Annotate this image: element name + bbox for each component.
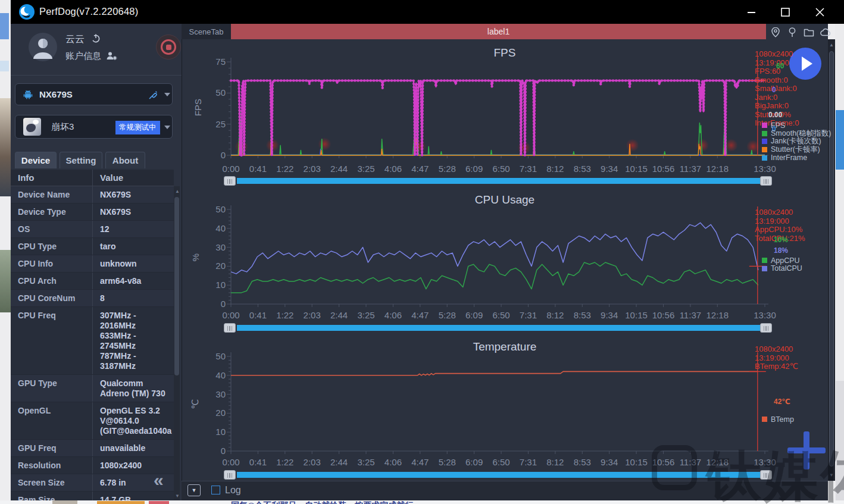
scrollbar-track[interactable]	[237, 472, 760, 478]
folder-icon[interactable]	[803, 26, 815, 40]
maximize-button[interactable]	[776, 5, 794, 19]
svg-text:5:28: 5:28	[439, 310, 456, 320]
legend-item[interactable]: InterFrame	[762, 154, 831, 162]
collapse-sidebar-icon[interactable]: «	[154, 470, 164, 490]
scene-label-bar[interactable]: label1	[231, 24, 766, 39]
scrollbar-left-handle[interactable]	[224, 323, 236, 333]
stat-line: 1080x2400	[755, 208, 805, 217]
table-row[interactable]: GPU TypeQualcomm Adreno (TM) 730	[11, 375, 174, 402]
table-row[interactable]: CPU CoreNum8	[11, 290, 174, 307]
value-cell: taro	[92, 238, 174, 255]
charts-canvas[interactable]: 02550750:000:411:222:032:443:254:064:475…	[182, 39, 828, 481]
account-info-label[interactable]: 账户信息	[65, 51, 101, 62]
table-row[interactable]: Ram Size14.7 GB	[11, 492, 174, 500]
scrollbar-track[interactable]	[237, 325, 760, 331]
svg-text:1:22: 1:22	[276, 310, 293, 320]
info-cell: GPU Type	[11, 375, 92, 402]
svg-text:5:28: 5:28	[439, 457, 456, 467]
legend-item[interactable]: AppCPU	[762, 256, 802, 265]
location-pin-icon[interactable]	[770, 26, 782, 40]
expand-panel-button[interactable]: ▼	[187, 484, 201, 496]
scrollbar-left-handle[interactable]	[224, 176, 236, 186]
table-row[interactable]: CPU Infounknown	[11, 255, 174, 273]
svg-text:50: 50	[215, 351, 226, 361]
table-row[interactable]: Resolution1080x2400	[11, 457, 174, 474]
svg-text:12:18: 12:18	[706, 457, 729, 467]
temp-time-scrollbar[interactable]	[224, 469, 773, 480]
value-cell: Qualcomm Adreno (TM) 730	[92, 375, 174, 402]
scrollbar-right-handle[interactable]	[760, 470, 772, 480]
svg-text:4:06: 4:06	[385, 457, 402, 467]
background-left-line	[0, 61, 9, 71]
background-left-image2	[0, 250, 11, 312]
table-row[interactable]: GPU Frequnavailable	[11, 440, 174, 457]
info-table-scroll-thumb[interactable]	[174, 197, 179, 375]
tab-device[interactable]: Device	[15, 152, 57, 168]
stop-record-button[interactable]	[156, 35, 181, 60]
svg-text:6:09: 6:09	[465, 457, 483, 467]
table-row[interactable]: Device TypeNX679S	[11, 204, 174, 221]
svg-text:10: 10	[215, 280, 226, 290]
scroll-up-icon[interactable]: ▲	[829, 42, 834, 48]
legend-item[interactable]: Stutter(卡顿率)	[762, 146, 831, 154]
scroll-down-icon[interactable]: ▼	[829, 472, 834, 478]
svg-text:8:53: 8:53	[574, 310, 591, 320]
scrollbar-track[interactable]	[237, 178, 760, 184]
cpu-time-scrollbar[interactable]	[224, 323, 773, 333]
svg-text:7:31: 7:31	[520, 310, 537, 320]
info-cell: Ram Size	[11, 492, 92, 500]
minimize-button[interactable]	[743, 5, 761, 19]
app-select[interactable]: 崩坏3 常规测试中	[15, 115, 173, 139]
svg-text:30: 30	[215, 389, 226, 399]
temp-legend: BTemp	[762, 415, 794, 424]
value-cell: NX679S	[92, 204, 174, 220]
account-person-gear-icon[interactable]	[106, 51, 118, 64]
table-row[interactable]: OS12	[11, 221, 174, 238]
marker-pin-icon[interactable]	[786, 26, 798, 40]
scrollbar-left-handle[interactable]	[224, 470, 236, 480]
log-checkbox[interactable]	[211, 486, 220, 494]
app-status-badge: 常规测试中	[115, 121, 160, 134]
table-row[interactable]: Screen Size6.78 in	[11, 474, 174, 492]
svg-text:10:15: 10:15	[625, 164, 648, 174]
info-cell: Screen Size	[11, 474, 92, 491]
scroll-down-icon[interactable]: ▼	[174, 493, 180, 499]
svg-text:0: 0	[221, 299, 226, 309]
cloud-icon[interactable]	[820, 26, 833, 40]
svg-text:0:00: 0:00	[222, 310, 239, 320]
scroll-up-icon[interactable]: ▲	[174, 189, 180, 194]
table-row[interactable]: Device NameNX679S	[11, 186, 174, 204]
charts-vertical-scroll-thumb[interactable]	[829, 51, 834, 467]
charts-vertical-scrollbar[interactable]: ▲ ▼	[828, 39, 835, 481]
scene-tab-cell: SceneTab	[182, 24, 231, 39]
table-row[interactable]: OpenGLOpenGL ES 3.2 V@0614.0 (GIT@0aeda1…	[11, 402, 174, 440]
scrollbar-right-handle[interactable]	[760, 176, 772, 186]
close-button[interactable]	[811, 5, 829, 19]
background-left-blue-text	[0, 13, 9, 39]
table-row[interactable]: CPU Archarm64-v8a	[11, 273, 174, 290]
device-info-table: Info Value Device NameNX679SDevice TypeN…	[11, 170, 174, 500]
value-cell: unknown	[92, 255, 174, 272]
temp-current-value: 42℃	[774, 397, 790, 406]
device-select[interactable]: NX679S	[15, 83, 173, 105]
scrollbar-right-handle[interactable]	[760, 323, 772, 333]
legend-item[interactable]: BTemp	[762, 415, 794, 424]
svg-text:0:41: 0:41	[249, 164, 267, 174]
table-row[interactable]: CPU Typetaro	[11, 238, 174, 255]
fps-legend: FPSSmooth(稳帧指数)Jank(卡顿次数)Stutter(卡顿率)Int…	[762, 121, 831, 162]
titlebar: PerfDog(v7.2.220648)	[11, 0, 844, 24]
svg-text:10:15: 10:15	[625, 457, 648, 467]
svg-text:10: 10	[215, 427, 226, 437]
add-chart-button[interactable]	[787, 431, 826, 469]
power-icon[interactable]	[90, 33, 101, 46]
info-table-scrollbar[interactable]: ▲ ▼	[174, 186, 180, 500]
fps-time-scrollbar[interactable]	[224, 176, 773, 186]
avatar[interactable]	[29, 33, 57, 64]
tab-setting[interactable]: Setting	[60, 152, 102, 168]
table-row[interactable]: CPU Freq307MHz - 2016MHz 633MHz - 2745MH…	[11, 307, 174, 375]
legend-swatch	[762, 417, 767, 422]
legend-item[interactable]: TotalCPU	[762, 265, 802, 273]
svg-text:0: 0	[221, 446, 226, 456]
value-cell: OpenGL ES 3.2 V@0614.0 (GIT@0aeda1040a	[92, 402, 174, 439]
tab-about[interactable]: About	[105, 152, 145, 168]
